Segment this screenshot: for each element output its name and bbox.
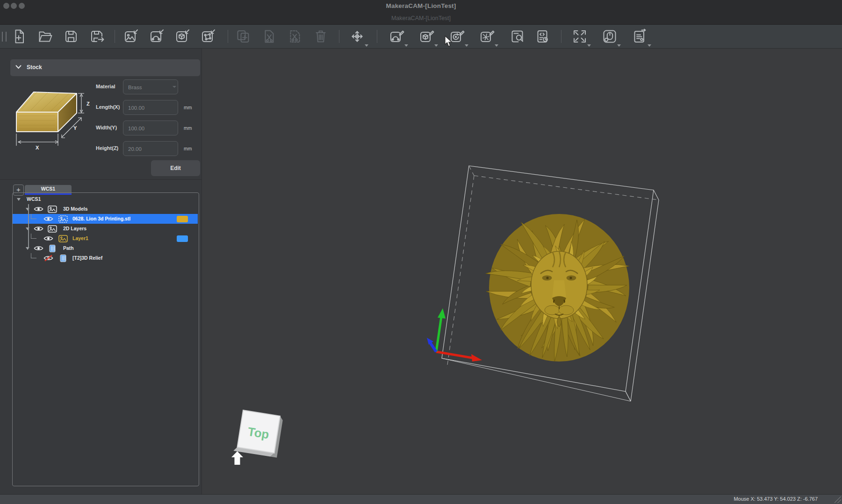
copy-icon	[235, 28, 251, 44]
chevron-down-icon	[15, 65, 22, 69]
model-icon	[58, 215, 68, 223]
view-orientation-cube[interactable]: Top	[233, 410, 283, 458]
stock-z-dimension	[78, 93, 84, 113]
tree-guide-line	[28, 204, 29, 248]
edit-stock-button[interactable]: Edit	[151, 160, 200, 176]
Length(X)-label: Length(X)	[96, 104, 124, 110]
tree-connector	[31, 214, 36, 219]
import-mesh-button[interactable]	[198, 26, 219, 47]
Width(Y)-field[interactable]: 100.00	[123, 121, 178, 135]
unit-label: mm	[184, 105, 192, 110]
tree-item-label: 3D Models	[63, 206, 88, 212]
visibility-eye-icon[interactable]	[34, 245, 43, 252]
visibility-eye-icon[interactable]	[43, 255, 53, 262]
resize-grip[interactable]	[835, 497, 841, 503]
dropdown-arrow-icon[interactable]	[648, 44, 651, 47]
visibility-eye-icon[interactable]	[34, 225, 43, 232]
job-report-icon	[632, 28, 648, 44]
visibility-eye-icon[interactable]	[43, 215, 53, 222]
layer-icon	[58, 235, 68, 242]
import-vector-button[interactable]	[147, 26, 167, 47]
edit-laser-button[interactable]	[477, 26, 497, 47]
Height(Z)-field[interactable]: 20.00	[123, 141, 178, 156]
open-file-button[interactable]	[35, 26, 56, 47]
transform-button[interactable]	[347, 26, 367, 47]
copy-button	[233, 26, 253, 47]
lion-relief-model[interactable]	[486, 214, 629, 362]
tree-row-layer1[interactable]: Layer1	[13, 234, 198, 243]
dropdown-arrow-icon[interactable]	[365, 44, 368, 47]
tree-row-2d-layers[interactable]: 2D Layers	[13, 224, 198, 234]
mouse-settings-button[interactable]	[599, 26, 620, 47]
open-file-icon	[37, 28, 53, 44]
select-chevron-icon	[173, 86, 176, 88]
save-as-button[interactable]	[86, 26, 107, 47]
tree-row-t2-3d-relief[interactable]: [T2]3D Relief	[13, 253, 198, 263]
stock-x-dimension	[16, 134, 58, 146]
import-mesh-icon	[201, 28, 216, 44]
gcode-list-icon	[535, 28, 551, 44]
transform-icon	[349, 28, 365, 44]
mouse-settings-icon	[602, 28, 618, 44]
import-vector-icon	[149, 28, 165, 44]
color-swatch[interactable]	[177, 216, 188, 222]
visibility-eye-icon[interactable]	[34, 206, 43, 213]
toolbar-separator	[561, 30, 561, 43]
tree-item-label: 0628. Lion 3d Printing.stl	[72, 216, 130, 221]
main-toolbar	[0, 25, 842, 49]
fit-view-button[interactable]	[569, 26, 590, 47]
expand-arrow-icon[interactable]	[26, 247, 29, 250]
tree-row-wcs1[interactable]: WCS1	[13, 194, 198, 204]
stock-section-title: Stock	[27, 64, 42, 71]
delete-icon	[313, 28, 329, 44]
expand-arrow-icon[interactable]	[17, 198, 21, 201]
stock-section-header[interactable]: Stock	[10, 59, 200, 76]
dropdown-arrow-icon[interactable]	[404, 44, 408, 47]
edit-laser-icon	[479, 28, 495, 44]
job-report-button[interactable]	[630, 26, 650, 47]
dropdown-arrow-icon[interactable]	[465, 44, 468, 47]
expand-arrow-icon[interactable]	[26, 227, 29, 230]
color-swatch[interactable]	[177, 235, 188, 242]
edit-model-icon	[419, 28, 435, 44]
Material-field[interactable]: Brass	[123, 79, 178, 94]
tree-item-label: 2D Layers	[63, 226, 86, 231]
left-panel: Stock Z	[0, 49, 202, 495]
object-tree: WCS13D Models0628. Lion 3d Printing.stl2…	[13, 193, 198, 483]
import-image-button[interactable]	[121, 26, 142, 47]
tree-row-path[interactable]: Path	[13, 243, 198, 253]
dropdown-arrow-icon[interactable]	[434, 44, 438, 47]
dropdown-arrow-icon[interactable]	[495, 44, 498, 47]
fit-view-icon	[572, 28, 588, 44]
save-file-button[interactable]	[61, 26, 81, 47]
visibility-eye-icon[interactable]	[43, 235, 53, 242]
edit-vector-button[interactable]	[387, 26, 407, 47]
path-icon	[58, 255, 68, 262]
edit-model-button[interactable]	[417, 26, 437, 47]
Height(Z)-label: Height(Z)	[96, 145, 124, 151]
Length(X)-field[interactable]: 100.00	[123, 100, 178, 115]
cut-button	[259, 26, 280, 47]
expand-arrow-icon[interactable]	[26, 208, 29, 211]
z-axis-arrow	[431, 343, 436, 352]
image-icon	[48, 206, 57, 213]
dropdown-arrow-icon[interactable]	[617, 44, 621, 47]
toolpath-preview-icon	[510, 28, 525, 44]
tree-row-0628-lion-3d-printing-stl[interactable]: 0628. Lion 3d Printing.stl	[13, 214, 198, 224]
cut-icon	[261, 28, 277, 44]
dropdown-arrow-icon[interactable]	[587, 44, 591, 47]
svg-text:Y: Y	[73, 125, 77, 131]
viewport-3d[interactable]: Top	[202, 49, 842, 495]
gcode-list-button[interactable]	[533, 26, 554, 47]
new-file-button[interactable]	[9, 26, 29, 47]
paste-button	[285, 26, 305, 47]
import-image-icon	[123, 28, 139, 44]
unit-label: mm	[184, 125, 192, 131]
delete-button	[310, 26, 331, 47]
tree-item-label: [T2]3D Relief	[72, 255, 102, 261]
toolpath-preview-button[interactable]	[507, 26, 528, 47]
tree-row-3d-models[interactable]: 3D Models	[13, 204, 198, 214]
tree-item-label: Layer1	[72, 235, 88, 241]
toolbar-drag-handle[interactable]	[2, 32, 7, 42]
import-model-button[interactable]	[173, 26, 193, 47]
